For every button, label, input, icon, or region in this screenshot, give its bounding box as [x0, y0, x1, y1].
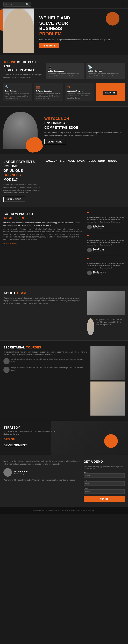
secretarial-section: SECRETARIAL COURSES There are only some …	[0, 341, 128, 421]
about-right: Sample text. Click to select the text bo…	[87, 291, 124, 335]
strategy-text-1: Sample text. Click to select the text bo…	[4, 430, 58, 435]
search-box[interactable]: 🔍	[4, 2, 31, 7]
project-body: Sample text. Click to Egestas egestas fr…	[4, 228, 84, 241]
author-role-1: CEO Company	[93, 227, 104, 229]
image-link[interactable]: Unsplash	[12, 242, 18, 244]
course-avatar-2	[4, 367, 10, 373]
submit-button[interactable]: SUBMIT	[84, 496, 124, 502]
avatar-1	[87, 225, 92, 230]
course-person-1: Sample text. Click to select the text bo…	[4, 358, 87, 364]
about-image-bottom	[87, 318, 94, 335]
demo-person-role: Sales Manager	[14, 473, 28, 474]
demo-section: Lorem ipsum dolor sit amet, consectetur …	[0, 455, 128, 507]
techno-heading: TECHNO IS THE BEST AND DIGITAL IT IN WOR…	[4, 60, 43, 72]
quote-mark-2: "	[87, 235, 124, 238]
form-label-email: Email	[84, 480, 124, 481]
demo-left-text: Lorem ipsum dolor sit amet, consectetur …	[4, 460, 80, 466]
project-image-from: Image from Unsplash	[4, 242, 84, 244]
demo-form-intro: Write to us in a friendly app to solve t…	[84, 466, 124, 469]
testimonial-1: " Proin sed libero enim sed faucibus tur…	[87, 212, 124, 232]
demo-person: Mikkel Smith Sales Manager	[4, 468, 80, 477]
techno-read-more-button[interactable]: READ MORE	[103, 91, 117, 95]
focus-title: WE FOCUS ON ENSURING A COMPETITIVE EDGE	[44, 116, 124, 130]
demo-left: Lorem ipsum dolor sit amet, consectetur …	[4, 460, 80, 502]
techno-sample-text: Sample text. Click to select the text bo…	[4, 74, 43, 79]
mobile-dev-text: Sample text. Click to select the text bo…	[48, 73, 83, 77]
service-card-consulting: 💼 Software Consulting Sample text. Click…	[34, 83, 63, 101]
author-role-2: Financial Director	[93, 250, 105, 252]
testimonial-text-2: Proin sed libero enim sed faucibus turpi…	[87, 239, 124, 246]
focus-blob	[26, 137, 43, 152]
consulting-icon: 💼	[36, 85, 61, 89]
about-title: ABOUT TEAM	[4, 291, 84, 295]
hero-subtitle: Duis aute irure dolor in reprehenderit i…	[39, 38, 112, 41]
brand-evga: EVGA	[77, 160, 85, 162]
about-left: ABOUT TEAM Quickly incentivize impactful…	[4, 291, 84, 335]
testimonial-3: " Proin sed libero enim sed faucibus tur…	[87, 258, 124, 278]
brand-amazon: amazon	[46, 160, 58, 162]
services-top-row: 📱 Mobile Development Sample text. Click …	[46, 63, 124, 79]
secretarial-image-1	[90, 346, 124, 380]
testimonial-2: " Proin sed libero enim sed faucibus tur…	[87, 235, 124, 255]
course-person-2: Sample text. Click to select the text bo…	[4, 367, 87, 373]
consulting-text: Sample text. Click to select the text bo…	[36, 93, 61, 99]
strategy-section: STRATEGY Sample text. Click to select th…	[0, 421, 128, 455]
quote-mark-1: "	[87, 212, 124, 215]
hero-person-image	[4, 8, 34, 53]
testimonial-author-3: Phoebe Nelson Sales Manager	[87, 270, 124, 275]
about-image-top	[87, 291, 124, 315]
author-name-2: Frank Kinney	[93, 248, 105, 250]
strategy-blob	[104, 434, 118, 448]
mobility-icon: 📡	[88, 65, 123, 69]
project-left: GOT NEW PROJECT WE ARE HERE Our customer…	[4, 212, 84, 281]
testimonial-text-3: Proin sed libero enim sed faucibus turpi…	[87, 262, 124, 269]
form-input-name[interactable]	[84, 474, 124, 478]
form-field-email: Email	[84, 480, 124, 486]
avatar-2	[87, 248, 92, 252]
author-role-3: Sales Manager	[93, 273, 105, 275]
hero-title: WE HELP AND SOLVE YOUR BUSINESS PROBLEM.	[39, 15, 112, 36]
team-text: Sample text. Click to select the text bo…	[5, 93, 31, 99]
payments-cta-button[interactable]: LEARN MORE	[4, 196, 25, 202]
app-icon: 🗃	[67, 85, 92, 89]
quote-mark-3: "	[87, 258, 124, 261]
focus-cta-button[interactable]: LEARN MORE	[44, 139, 66, 144]
author-name-1: Celia Almeda	[93, 225, 104, 227]
footer-text: Sample text. Click to select the text bo…	[4, 510, 124, 512]
app-title: Application Services	[67, 90, 92, 92]
header: 🔍 ☰	[0, 0, 128, 8]
form-field-name: Name	[84, 472, 124, 478]
testimonial-text-1: Proin sed libero enim sed faucibus turpi…	[87, 216, 124, 223]
brand-logos: amazon ◈ BINANCE EVGA TESLA SONY crocs	[46, 160, 124, 162]
strategy-content: STRATEGY Sample text. Click to select th…	[4, 426, 58, 447]
form-input-email[interactable]	[84, 482, 124, 486]
search-input[interactable]	[5, 3, 26, 6]
strategy-item-1: STRATEGY Sample text. Click to select th…	[4, 426, 58, 435]
strategy-item-2: DESIGN	[4, 438, 58, 441]
brand-sony: SONY	[98, 160, 106, 162]
demo-avatar	[4, 468, 12, 477]
focus-image-col	[4, 112, 41, 149]
form-field-phone: Phone	[84, 488, 124, 494]
hero-content: WE HELP AND SOLVE YOUR BUSINESS PROBLEM.…	[38, 14, 114, 50]
payments-right: amazon ◈ BINANCE EVGA TESLA SONY crocs	[46, 160, 124, 202]
testimonial-author-1: Celia Almeda CEO Company	[87, 225, 124, 230]
app-text: Sample text. Click to select the text bo…	[67, 92, 92, 99]
payments-left: LARGE PAYMENTS VOLUME OR UNIQUE BUSINESS…	[4, 160, 41, 202]
menu-icon[interactable]: ☰	[122, 2, 124, 6]
author-name-3: Phoebe Nelson	[93, 271, 105, 273]
secretarial-title: SECRETARIAL COURSES	[4, 346, 87, 349]
demo-form-title: GET A DEMO	[84, 460, 124, 464]
mobile-dev-title: Mobile Development	[48, 70, 83, 72]
form-input-phone[interactable]	[84, 490, 124, 494]
focus-content: WE FOCUS ON ENSURING A COMPETITIVE EDGE …	[44, 116, 124, 144]
avatar-3	[87, 270, 92, 275]
secretarial-right	[90, 346, 124, 416]
strategy-label-3: DEVELOPMENT	[4, 444, 58, 447]
about-section: ABOUT TEAM Quickly incentivize impactful…	[0, 286, 128, 340]
payments-text: Phasellus sed efficitur dolor, et ultric…	[4, 183, 41, 194]
demo-person-name: Mikkel Smith	[14, 470, 28, 473]
demo-quote: Quis viverra nibh cras pulvinar mattis. …	[4, 479, 80, 481]
service-card-team: 🔧 Team Extension Sample text. Click to s…	[4, 83, 32, 101]
hero-cta-button[interactable]: READ MORE	[39, 44, 59, 48]
